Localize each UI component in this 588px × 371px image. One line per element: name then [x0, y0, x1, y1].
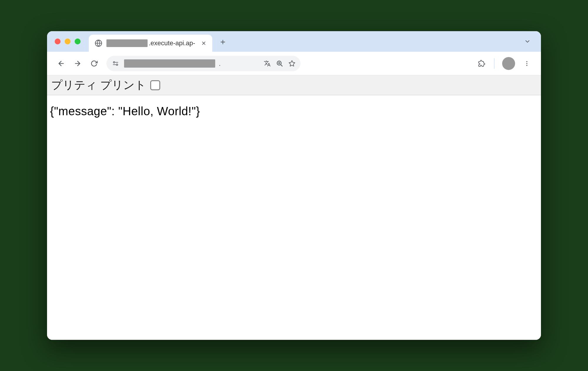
browser-tab[interactable]: .execute-api.ap-	[89, 35, 212, 52]
bookmark-star-icon[interactable]	[288, 59, 296, 68]
profile-avatar-button[interactable]	[502, 57, 515, 70]
new-tab-button[interactable]	[216, 36, 229, 49]
toolbar-divider	[494, 58, 495, 69]
redacted-subdomain	[106, 39, 148, 47]
svg-point-4	[526, 61, 527, 62]
close-window-button[interactable]	[55, 39, 61, 44]
tab-title: .execute-api.ap-	[106, 39, 196, 47]
browser-toolbar: .	[47, 52, 541, 75]
site-settings-icon[interactable]	[111, 59, 121, 68]
svg-point-2	[116, 64, 118, 65]
svg-point-5	[526, 63, 527, 64]
reload-button[interactable]	[87, 56, 101, 71]
window-controls	[55, 39, 81, 44]
url-dot: .	[219, 59, 221, 68]
translate-icon[interactable]	[263, 59, 272, 68]
tab-title-text: .execute-api.ap-	[149, 39, 195, 47]
close-tab-button[interactable]	[201, 40, 207, 46]
pretty-print-label: プリティ プリント	[51, 78, 146, 93]
browser-window: .execute-api.ap-	[47, 31, 541, 340]
svg-point-1	[113, 61, 115, 63]
tab-strip: .execute-api.ap-	[47, 31, 541, 52]
address-bar[interactable]: .	[106, 56, 300, 71]
page-content: {"message": "Hello, World!"}	[47, 95, 541, 340]
redacted-url	[124, 59, 215, 68]
forward-button[interactable]	[71, 56, 85, 71]
pretty-print-checkbox[interactable]	[150, 80, 160, 90]
extensions-button[interactable]	[475, 56, 489, 71]
minimize-window-button[interactable]	[65, 39, 71, 44]
zoom-icon[interactable]	[275, 59, 284, 68]
maximize-window-button[interactable]	[75, 39, 81, 44]
json-response-text: {"message": "Hello, World!"}	[50, 105, 538, 118]
svg-point-6	[526, 65, 527, 66]
back-button[interactable]	[54, 56, 68, 71]
tabs-dropdown-button[interactable]	[521, 35, 534, 48]
kebab-menu-button[interactable]	[520, 56, 534, 71]
globe-icon	[95, 39, 102, 47]
pretty-print-bar: プリティ プリント	[47, 75, 541, 95]
